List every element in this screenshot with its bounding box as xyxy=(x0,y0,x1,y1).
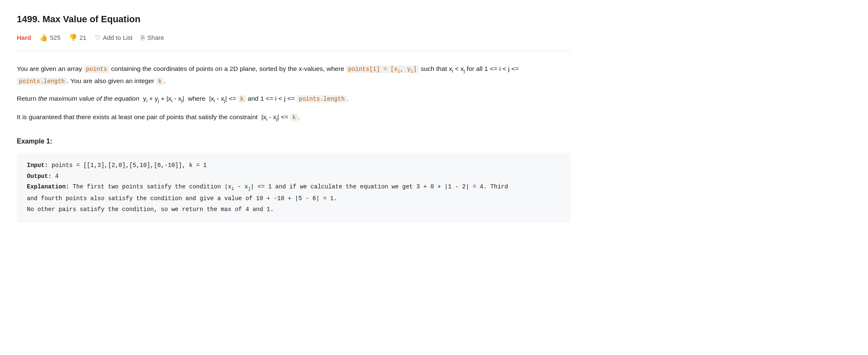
example-1-box: Input: points = [[1,3],[2,0],[5,10],[6,-… xyxy=(17,153,571,223)
share-button[interactable]: ⎘ Share xyxy=(141,34,164,41)
explanation-text-1: The first two points satisfy the conditi… xyxy=(69,183,508,190)
code-k-2: k xyxy=(238,95,246,103)
description-paragraph-3: It is guaranteed that there exists at le… xyxy=(17,111,571,124)
thumbs-up-icon: 👍 xyxy=(39,32,48,43)
code-k-1: k xyxy=(156,78,164,85)
output-label: Output: xyxy=(27,173,52,180)
explanation-text-3: No other pairs satisfy the condition, so… xyxy=(27,206,274,213)
code-points-length-1: points.length xyxy=(17,78,67,85)
upvote-item: 👍 525 xyxy=(39,32,60,43)
add-to-list-label: Add to List xyxy=(103,34,133,41)
example-1-explanation-line-2: and fourth points also satisfy the condi… xyxy=(27,193,561,204)
return-italic: the maximum value of the equation xyxy=(38,95,139,102)
add-to-list-button[interactable]: ♡ Add to List xyxy=(95,34,133,42)
meta-bar: Hard 👍 525 👎 21 ♡ Add to List ⎘ Share xyxy=(17,32,571,51)
explanation-text-2: and fourth points also satisfy the condi… xyxy=(27,195,337,202)
downvote-count: 21 xyxy=(79,33,86,43)
share-label: Share xyxy=(147,34,164,41)
share-icon: ⎘ xyxy=(141,34,145,41)
code-points-i: points[i] = [xi, yi] xyxy=(346,65,419,73)
input-label: Input: xyxy=(27,162,48,169)
heart-icon: ♡ xyxy=(95,34,100,42)
input-value: points = [[1,3],[2,0],[5,10],[6,-10]], k… xyxy=(48,162,207,169)
upvote-count: 525 xyxy=(50,33,60,43)
description-paragraph-2: Return the maximum value of the equation… xyxy=(17,93,571,105)
example-1-input-line: Input: points = [[1,3],[2,0],[5,10],[6,-… xyxy=(27,160,561,171)
example-1-section: Example 1: Input: points = [[1,3],[2,0],… xyxy=(17,136,571,223)
example-1-explanation-line: Explanation: The first two points satisf… xyxy=(27,182,561,193)
explanation-label: Explanation: xyxy=(27,183,69,190)
code-points: points xyxy=(84,65,109,73)
example-1-explanation-line-3: No other pairs satisfy the condition, so… xyxy=(27,204,561,215)
difficulty-badge: Hard xyxy=(17,33,31,43)
description-paragraph-1: You are given an array points containing… xyxy=(17,63,571,87)
code-k-3: k xyxy=(290,114,298,121)
page-container: 1499. Max Value of Equation Hard 👍 525 👎… xyxy=(0,0,588,235)
problem-description: You are given an array points containing… xyxy=(17,59,571,123)
example-1-output-line: Output: 4 xyxy=(27,171,561,182)
problem-title: 1499. Max Value of Equation xyxy=(17,12,571,26)
output-value: 4 xyxy=(52,173,59,180)
code-points-length-2: points.length xyxy=(297,95,347,103)
downvote-item: 👎 21 xyxy=(69,32,86,43)
example-1-title: Example 1: xyxy=(17,136,571,147)
thumbs-down-icon: 👎 xyxy=(69,32,77,43)
